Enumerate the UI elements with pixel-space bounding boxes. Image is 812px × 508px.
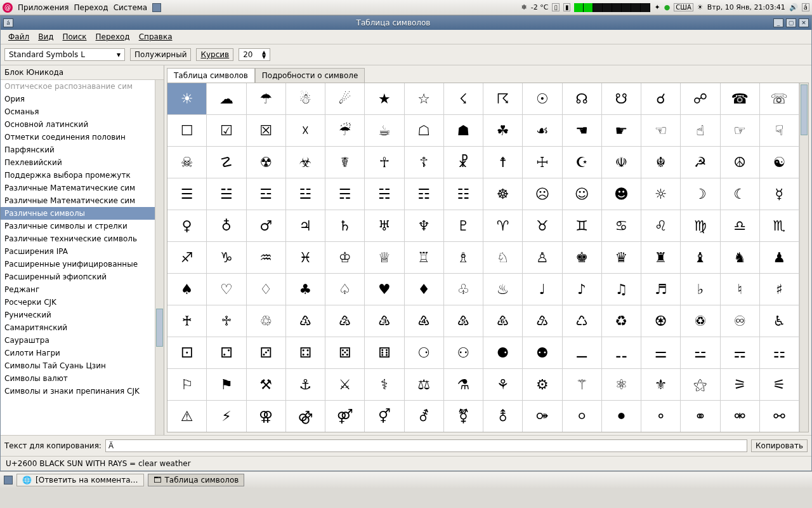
- char-cell[interactable]: ♙: [523, 242, 562, 274]
- char-cell[interactable]: ♏: [760, 210, 799, 242]
- char-cell[interactable]: ⚝: [681, 369, 720, 401]
- char-cell[interactable]: ⚯: [760, 401, 799, 432]
- char-cell[interactable]: ☵: [365, 178, 404, 210]
- sidebar-item[interactable]: Саураштра: [1, 334, 164, 347]
- char-cell[interactable]: ♃: [286, 210, 325, 242]
- sidebar-item[interactable]: Различные технические символь: [1, 232, 164, 245]
- char-cell[interactable]: ⚐: [167, 369, 207, 401]
- char-cell[interactable]: ⚕: [365, 369, 404, 401]
- size-spinner[interactable]: 20 ▲▼: [239, 48, 270, 61]
- spinner-arrows-icon[interactable]: ▲▼: [262, 50, 266, 59]
- char-cell[interactable]: ⚛: [602, 369, 641, 401]
- char-cell[interactable]: ♲: [247, 305, 286, 337]
- char-cell[interactable]: ☗: [444, 115, 483, 147]
- font-selector[interactable]: Standard Symbols L ▾: [4, 48, 125, 61]
- char-cell[interactable]: ♍: [681, 210, 720, 242]
- char-cell[interactable]: ♳: [286, 305, 325, 337]
- char-cell[interactable]: ♪: [563, 274, 602, 305]
- char-cell[interactable]: ♀: [167, 210, 207, 242]
- char-cell[interactable]: ♟: [760, 242, 799, 274]
- char-cell[interactable]: ♎: [721, 210, 760, 242]
- char-cell[interactable]: ⚡: [207, 401, 246, 432]
- char-cell[interactable]: ♶: [405, 305, 444, 337]
- char-cell[interactable]: ☕: [365, 115, 404, 147]
- char-cell[interactable]: ☍: [681, 83, 720, 115]
- char-cell[interactable]: ☷: [444, 178, 483, 210]
- sidebar-item[interactable]: Османья: [1, 105, 164, 118]
- menu-go[interactable]: Переход: [92, 31, 134, 43]
- char-cell[interactable]: ♰: [167, 305, 207, 337]
- char-cell[interactable]: ♫: [602, 274, 641, 305]
- char-cell[interactable]: ☢: [247, 147, 286, 178]
- char-cell[interactable]: ♞: [721, 242, 760, 274]
- char-cell[interactable]: ⚠: [167, 401, 207, 432]
- char-cell[interactable]: ♉: [523, 210, 562, 242]
- sidebar-item[interactable]: Основной латинский: [1, 118, 164, 131]
- char-cell[interactable]: ♼: [641, 305, 681, 337]
- char-cell[interactable]: ⚨: [483, 401, 523, 432]
- char-cell[interactable]: ☬: [641, 147, 681, 178]
- window-titlebar[interactable]: á Таблица символов _ ▢ ✕: [1, 16, 811, 30]
- tab-char-details[interactable]: Подробности о символе: [255, 68, 365, 83]
- char-cell[interactable]: ☊: [563, 83, 602, 115]
- tray-app-icon[interactable]: ✦: [654, 3, 660, 11]
- char-cell[interactable]: ☙: [523, 115, 562, 147]
- char-cell[interactable]: ♿: [760, 305, 799, 337]
- char-cell[interactable]: ☴: [325, 178, 365, 210]
- char-cell[interactable]: ☭: [681, 147, 720, 178]
- char-cell[interactable]: ♕: [365, 242, 404, 274]
- char-cell[interactable]: ☽: [681, 178, 720, 210]
- char-cell[interactable]: ⚍: [681, 337, 720, 369]
- taskbar-item[interactable]: 🗔 Таблица символов: [148, 474, 245, 486]
- char-cell[interactable]: ☉: [523, 83, 562, 115]
- char-cell[interactable]: ☯: [760, 147, 799, 178]
- char-cell[interactable]: ⚫: [602, 401, 641, 432]
- char-cell[interactable]: ☻: [602, 178, 641, 210]
- char-cell[interactable]: ☑: [207, 115, 246, 147]
- char-cell[interactable]: ♭: [681, 274, 720, 305]
- char-cell[interactable]: ⚘: [483, 369, 523, 401]
- sidebar-item[interactable]: Расширенные унифицированные: [1, 258, 164, 271]
- sidebar-item[interactable]: Парфянский: [1, 144, 164, 156]
- sidebar-item[interactable]: Расширения IPA: [1, 245, 164, 258]
- char-cell[interactable]: ☥: [365, 147, 404, 178]
- char-cell[interactable]: ☺: [563, 178, 602, 210]
- grid-scrollbar[interactable]: [799, 83, 808, 432]
- char-cell[interactable]: ⚦: [405, 401, 444, 432]
- window-menu-button[interactable]: á: [3, 18, 13, 27]
- sidebar-item[interactable]: Отметки соединения половин: [1, 131, 164, 144]
- char-cell[interactable]: ♻: [602, 305, 641, 337]
- sidebar-item[interactable]: Расширенный эфиопский: [1, 271, 164, 283]
- char-cell[interactable]: ⚂: [247, 337, 286, 369]
- sidebar-item[interactable]: Различные Математические сим: [1, 182, 164, 194]
- char-cell[interactable]: ♮: [721, 274, 760, 305]
- char-cell[interactable]: ⚪: [563, 401, 602, 432]
- char-cell[interactable]: ⚥: [365, 401, 404, 432]
- char-grid[interactable]: ☀☁☂☃☄★☆☇☈☉☊☋☌☍☎☏☐☑☒☓☔☕☖☗☘☙☚☛☜☝☞☟☠☡☢☣☤☥☦☧…: [167, 83, 799, 432]
- menu-search[interactable]: Поиск: [58, 31, 90, 43]
- char-cell[interactable]: ☄: [325, 83, 365, 115]
- char-cell[interactable]: ☧: [444, 147, 483, 178]
- char-cell[interactable]: ♊: [563, 210, 602, 242]
- char-cell[interactable]: ☨: [483, 147, 523, 178]
- char-cell[interactable]: ♧: [444, 274, 483, 305]
- sidebar-item[interactable]: Росчерки CJK: [1, 296, 164, 309]
- char-cell[interactable]: ♷: [444, 305, 483, 337]
- taskbar-item[interactable]: 🌐 [Ответить на коммента…: [16, 474, 144, 486]
- char-cell[interactable]: ☫: [602, 147, 641, 178]
- char-cell[interactable]: ⚣: [286, 401, 325, 432]
- char-cell[interactable]: ♱: [207, 305, 246, 337]
- char-cell[interactable]: ♝: [681, 242, 720, 274]
- char-cell[interactable]: ⚇: [444, 337, 483, 369]
- char-cell[interactable]: ⚚: [563, 369, 602, 401]
- tray-app-icon[interactable]: ☀: [697, 3, 704, 11]
- char-cell[interactable]: ☇: [444, 83, 483, 115]
- char-cell[interactable]: ☲: [247, 178, 286, 210]
- char-cell[interactable]: ♺: [563, 305, 602, 337]
- bold-toggle[interactable]: Полужирный: [130, 48, 191, 61]
- char-cell[interactable]: ♹: [523, 305, 562, 337]
- copy-input[interactable]: [105, 439, 747, 452]
- char-cell[interactable]: ☾: [721, 178, 760, 210]
- char-cell[interactable]: ☝: [681, 115, 720, 147]
- char-cell[interactable]: ♬: [641, 274, 681, 305]
